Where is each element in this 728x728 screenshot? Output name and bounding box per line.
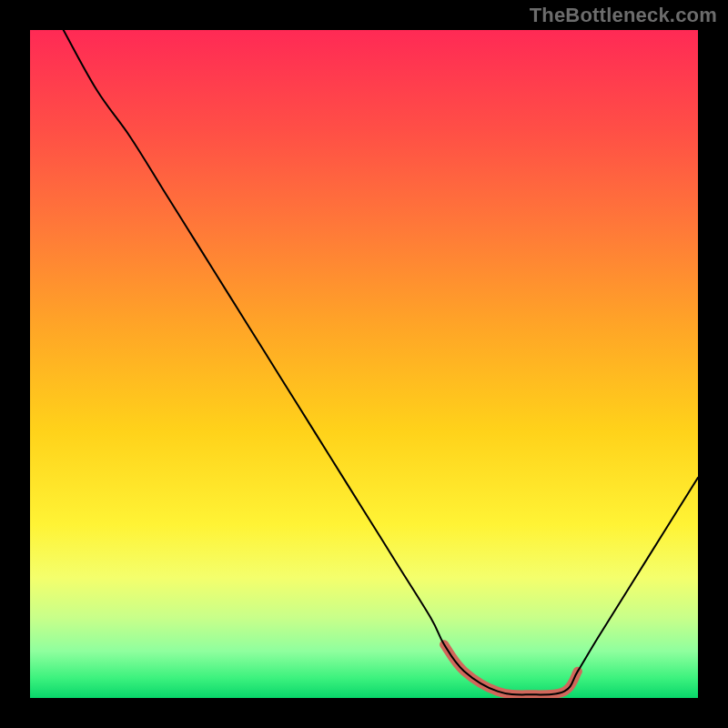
highlight-segment	[444, 644, 578, 694]
watermark-text: TheBottleneck.com	[530, 4, 717, 27]
chart-stage: TheBottleneck.com	[0, 0, 728, 728]
bottleneck-curve	[64, 30, 698, 694]
curve-layer	[30, 30, 698, 698]
